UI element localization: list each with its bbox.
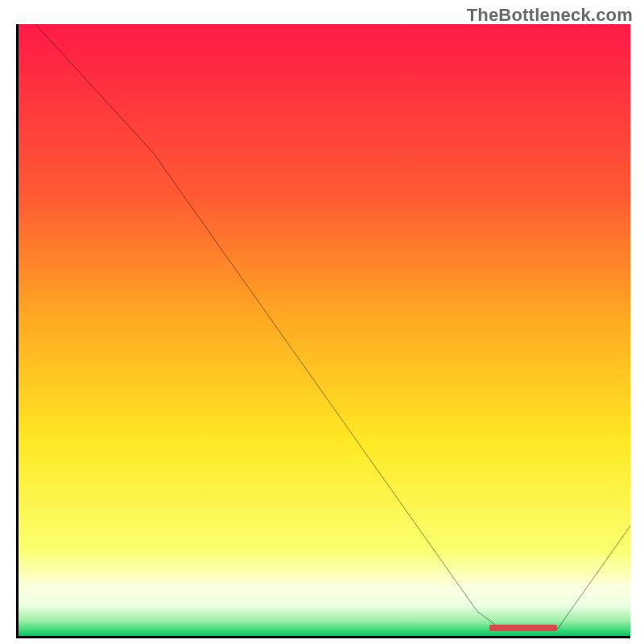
bottleneck-curve (19, 24, 630, 636)
watermark-text: TheBottleneck.com (467, 5, 633, 26)
plot-area (16, 24, 630, 638)
chart-container: TheBottleneck.com (0, 0, 644, 644)
optimal-range-marker (489, 625, 557, 631)
